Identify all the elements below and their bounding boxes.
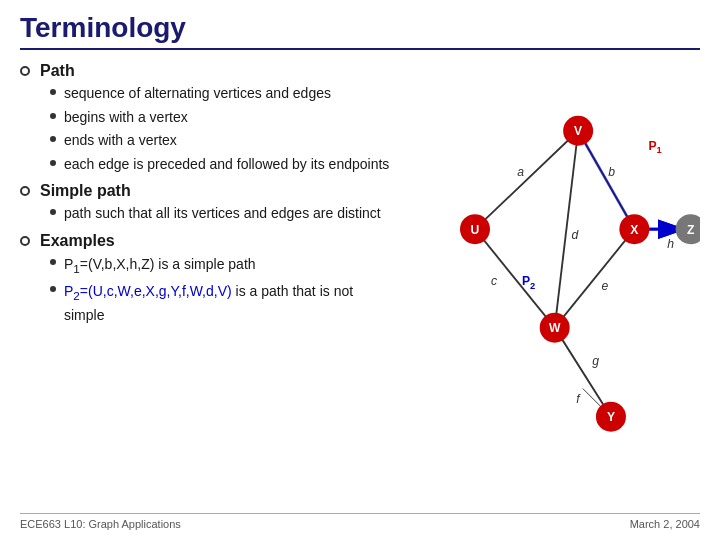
svg-line-4: [555, 229, 635, 327]
edge-d-label: d: [572, 228, 580, 242]
examples-bullet-circle: [20, 236, 30, 246]
path-sub-1: sequence of alternating vertices and edg…: [50, 84, 390, 104]
path-sub-4: each edge is preceded and followed by it…: [50, 155, 390, 175]
svg-line-11: [578, 131, 634, 229]
node-Z-label: Z: [687, 223, 695, 237]
dot-4: [50, 160, 56, 166]
dot-6: [50, 259, 56, 265]
svg-line-0: [475, 131, 578, 229]
path-sub-text-1: sequence of alternating vertices and edg…: [64, 84, 331, 104]
node-W-label: W: [549, 321, 561, 335]
node-V-label: V: [574, 124, 583, 138]
dot-3: [50, 136, 56, 142]
page-title: Terminology: [20, 12, 700, 50]
edge-b-label: b: [608, 165, 615, 179]
path-sub-2: begins with a vertex: [50, 108, 390, 128]
node-U-label: U: [471, 223, 480, 237]
edge-h-label: h: [667, 237, 674, 251]
simple-path-label: Simple path: [40, 182, 131, 200]
slide: Terminology Path sequence of alternating…: [0, 0, 720, 540]
graph-area: a b c d e h g f P1 P2 V U: [400, 92, 700, 412]
p1-graph-label: P1: [648, 139, 661, 156]
examples-label: Examples: [40, 232, 115, 250]
p1-label: P1=(V,b,X,h,Z) is a simple path: [64, 256, 256, 272]
path-sub-text-4: each edge is preceded and followed by it…: [64, 155, 389, 175]
text-area: Path sequence of alternating vertices an…: [20, 62, 400, 412]
svg-line-2: [475, 229, 555, 327]
dot-2: [50, 113, 56, 119]
dot-7: [50, 286, 56, 292]
dot-5: [50, 209, 56, 215]
dot-1: [50, 89, 56, 95]
path-label: Path: [40, 62, 75, 80]
examples-p1: P1=(V,b,X,h,Z) is a simple path: [50, 254, 390, 277]
simple-path-main-bullet: Simple path: [20, 182, 390, 200]
simple-path-section: Simple path path such that all its verti…: [20, 182, 390, 224]
path-bullet-circle: [20, 66, 30, 76]
p1-text: P1=(V,b,X,h,Z) is a simple path: [64, 254, 256, 277]
path-sub-3: ends with a vertex: [50, 131, 390, 151]
content-area: Path sequence of alternating vertices an…: [20, 62, 700, 412]
edge-g-label: g: [592, 354, 599, 368]
graph-svg: a b c d e h g f P1 P2 V U: [400, 92, 700, 432]
path-sub-text-2: begins with a vertex: [64, 108, 188, 128]
edge-f-label: f: [576, 392, 581, 406]
footer: ECE663 L10: Graph Applications March 2, …: [20, 513, 700, 530]
footer-left: ECE663 L10: Graph Applications: [20, 518, 181, 530]
path-section: Path sequence of alternating vertices an…: [20, 62, 390, 174]
path-sub-text-3: ends with a vertex: [64, 131, 177, 151]
examples-p2: P2=(U,c,W,e,X,g,Y,f,W,d,V) is a path tha…: [50, 281, 390, 325]
examples-main-bullet: Examples: [20, 232, 390, 250]
edge-c-label: c: [491, 274, 497, 288]
simple-path-sub-text-1: path such that all its vertices and edge…: [64, 204, 381, 224]
simple-path-sub-1: path such that all its vertices and edge…: [50, 204, 390, 224]
edge-a-label: a: [517, 165, 524, 179]
edge-e-label: e: [602, 279, 609, 293]
footer-right: March 2, 2004: [630, 518, 700, 530]
path-main-bullet: Path: [20, 62, 390, 80]
node-X-label: X: [630, 223, 639, 237]
examples-section: Examples P1=(V,b,X,h,Z) is a simple path…: [20, 232, 390, 326]
p2-label: P2=(U,c,W,e,X,g,Y,f,W,d,V): [64, 283, 232, 299]
node-Y-label: Y: [607, 410, 615, 424]
p2-text: P2=(U,c,W,e,X,g,Y,f,W,d,V) is a path tha…: [64, 281, 390, 325]
simple-path-bullet-circle: [20, 186, 30, 196]
